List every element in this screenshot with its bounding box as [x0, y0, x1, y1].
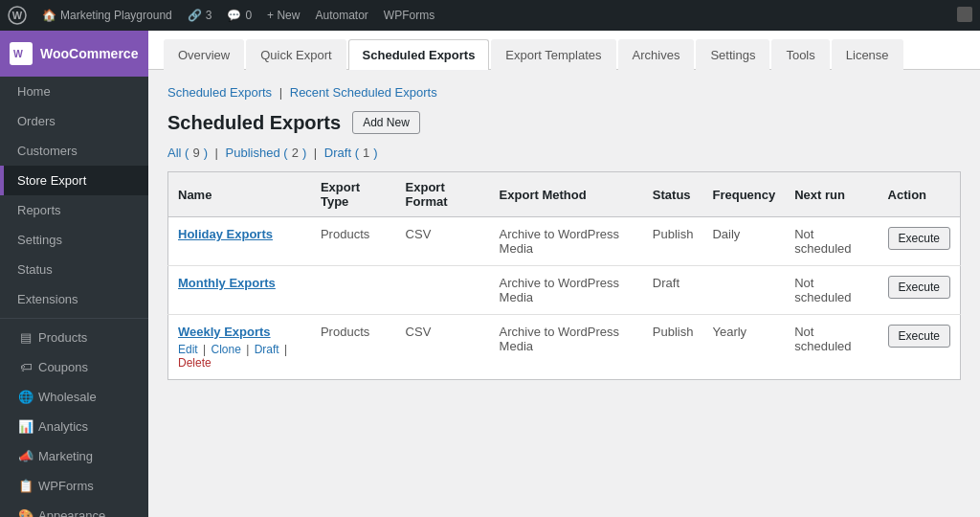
tab-overview[interactable]: Overview: [164, 39, 244, 70]
cell-frequency-weekly: Yearly: [702, 315, 785, 380]
cell-export-method-monthly: Archive to WordPress Media: [490, 266, 643, 315]
tab-settings[interactable]: Settings: [696, 39, 769, 70]
woo-icon: W: [10, 42, 33, 65]
sidebar-item-customers[interactable]: Customers: [0, 136, 148, 166]
sidebar-item-orders[interactable]: Orders: [0, 106, 148, 136]
admin-bar: W 🏠 Marketing Playground 🔗 3 💬 0 + New A…: [0, 0, 980, 31]
cell-status-weekly: Publish: [643, 315, 703, 380]
products-icon: ▤: [17, 330, 34, 345]
col-export-format: Export Format: [396, 172, 490, 217]
marketing-icon: 📣: [17, 449, 34, 463]
site-name[interactable]: 🏠 Marketing Playground: [42, 9, 172, 22]
sidebar-item-appearance[interactable]: 🎨Appearance: [0, 501, 148, 517]
table-header: Name Export Type Export Format Export Me…: [168, 172, 961, 217]
cell-frequency-monthly: [702, 266, 785, 315]
cell-action-weekly: Execute: [879, 315, 961, 380]
tab-tools[interactable]: Tools: [771, 39, 829, 70]
sidebar-item-home[interactable]: Home: [0, 77, 148, 106]
filter-draft[interactable]: Draft (1): [324, 146, 378, 160]
breadcrumb-scheduled-exports[interactable]: Scheduled Exports: [167, 85, 272, 100]
tab-scheduled-exports[interactable]: Scheduled Exports: [348, 39, 490, 70]
cell-action-monthly: Execute: [879, 266, 961, 315]
action-edit-weekly[interactable]: Edit: [178, 343, 198, 356]
new-item[interactable]: + New: [267, 9, 300, 22]
comments-count[interactable]: 💬 0: [227, 9, 252, 22]
col-status: Status: [643, 172, 703, 217]
sidebar: W WooCommerce Home Orders Customers Stor…: [0, 31, 148, 517]
sidebar-item-status[interactable]: Status: [0, 255, 148, 284]
exports-table: Name Export Type Export Format Export Me…: [167, 171, 961, 380]
coupons-icon: 🏷: [17, 360, 34, 374]
link-weekly-exports[interactable]: Weekly Exports: [178, 325, 271, 339]
cell-status-monthly: Draft: [643, 266, 703, 315]
cell-next-run-weekly: Not scheduled: [785, 315, 878, 380]
cell-next-run-holiday: Not scheduled: [785, 217, 878, 266]
col-action: Action: [879, 172, 961, 217]
cell-export-type-weekly: Products: [311, 315, 396, 380]
breadcrumb: Scheduled Exports | Recent Scheduled Exp…: [167, 85, 961, 100]
sidebar-woo-menu: Home Orders Customers Store Export Repor…: [0, 77, 148, 314]
add-new-button[interactable]: Add New: [352, 111, 420, 134]
sep2: |: [246, 343, 252, 356]
sep1: |: [203, 343, 209, 356]
network-count[interactable]: 🔗 3: [188, 9, 212, 22]
cell-export-type-holiday: Products: [311, 217, 396, 266]
page-title: Scheduled Exports: [167, 112, 341, 134]
wp-logo-item[interactable]: W: [8, 6, 27, 25]
table-body: Holiday Exports Products CSV Archive to …: [168, 217, 961, 380]
sidebar-item-analytics[interactable]: 📊Analytics: [0, 412, 148, 441]
svg-text:W: W: [13, 49, 23, 59]
filter-row: All (9) | Published (2) | Draft (1): [167, 146, 961, 160]
link-holiday-exports[interactable]: Holiday Exports: [178, 227, 273, 241]
tab-nav: Overview Quick Export Scheduled Exports …: [148, 31, 980, 70]
main-content: Overview Quick Export Scheduled Exports …: [148, 31, 980, 517]
analytics-icon: 📊: [17, 419, 34, 434]
sidebar-item-settings[interactable]: Settings: [0, 225, 148, 255]
sidebar-item-marketing[interactable]: 📣Marketing: [0, 441, 148, 471]
cell-export-method-weekly: Archive to WordPress Media: [490, 315, 643, 380]
link-monthly-exports[interactable]: Monthly Exports: [178, 276, 276, 290]
tab-quick-export[interactable]: Quick Export: [246, 39, 345, 70]
table-row: Weekly Exports Edit | Clone | Draft | De…: [168, 315, 961, 380]
page-title-row: Scheduled Exports Add New: [167, 111, 961, 134]
filter-published[interactable]: Published (2): [226, 146, 307, 160]
wpforms-bar-item[interactable]: WPForms: [384, 9, 434, 22]
table-row: Holiday Exports Products CSV Archive to …: [168, 217, 961, 266]
execute-button-monthly[interactable]: Execute: [888, 276, 950, 299]
execute-button-holiday[interactable]: Execute: [888, 227, 950, 250]
sidebar-item-coupons[interactable]: 🏷Coupons: [0, 352, 148, 382]
cell-export-format-weekly: CSV: [396, 315, 490, 380]
sidebar-item-store-export[interactable]: Store Export: [0, 166, 148, 195]
row-actions-weekly: Edit | Clone | Draft | Delete: [178, 343, 301, 370]
wpforms-icon: 📋: [17, 479, 34, 493]
appearance-icon: 🎨: [17, 508, 34, 517]
sidebar-item-extensions[interactable]: Extensions: [0, 284, 148, 314]
col-export-type: Export Type: [311, 172, 396, 217]
woo-brand[interactable]: W WooCommerce: [0, 31, 148, 77]
sidebar-item-wholesale[interactable]: 🌐Wholesale: [0, 382, 148, 412]
cell-export-format-holiday: CSV: [396, 217, 490, 266]
action-draft-weekly[interactable]: Draft: [255, 343, 279, 356]
tab-export-templates[interactable]: Export Templates: [491, 39, 615, 70]
execute-button-weekly[interactable]: Execute: [888, 325, 950, 348]
action-clone-weekly[interactable]: Clone: [211, 343, 240, 356]
filter-sep-1: |: [215, 146, 222, 160]
automator-item[interactable]: Automator: [315, 9, 368, 22]
col-export-method: Export Method: [490, 172, 643, 217]
filter-all[interactable]: All (9): [167, 146, 208, 160]
sidebar-item-wpforms[interactable]: 📋WPForms: [0, 471, 148, 501]
sidebar-item-reports[interactable]: Reports: [0, 195, 148, 225]
breadcrumb-recent[interactable]: Recent Scheduled Exports: [290, 85, 437, 100]
tab-archives[interactable]: Archives: [618, 39, 695, 70]
tab-license[interactable]: License: [832, 39, 903, 70]
svg-text:W: W: [12, 10, 23, 21]
cell-name-holiday: Holiday Exports: [168, 217, 311, 266]
page-body: Scheduled Exports | Recent Scheduled Exp…: [148, 70, 980, 395]
cell-export-method-holiday: Archive to WordPress Media: [490, 217, 643, 266]
cell-export-format-monthly: [396, 266, 490, 315]
cell-status-holiday: Publish: [643, 217, 703, 266]
cell-frequency-holiday: Daily: [702, 217, 785, 266]
sidebar-item-products[interactable]: ▤Products: [0, 323, 148, 352]
action-delete-weekly[interactable]: Delete: [178, 356, 212, 370]
cell-next-run-monthly: Not scheduled: [785, 266, 878, 315]
